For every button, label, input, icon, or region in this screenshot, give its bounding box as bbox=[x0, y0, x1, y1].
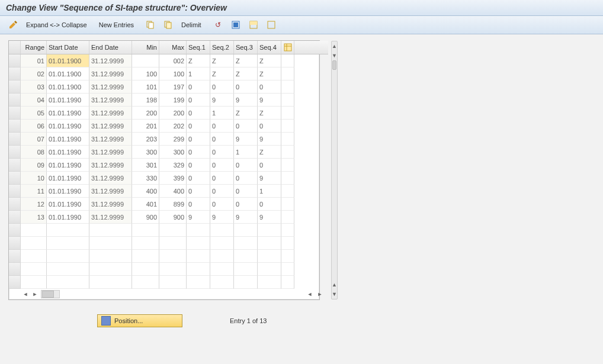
cell-seq3[interactable]: 9 bbox=[234, 211, 258, 224]
cell-min[interactable] bbox=[132, 263, 159, 276]
cell-seq2[interactable]: 0 bbox=[210, 120, 234, 133]
cell-max[interactable]: 202 bbox=[159, 120, 187, 133]
cell-seq2[interactable]: 0 bbox=[210, 159, 234, 172]
cell-start-date[interactable]: 01.01.1990 bbox=[47, 185, 89, 198]
cell-min[interactable] bbox=[132, 224, 159, 237]
cell-seq1[interactable]: 0 bbox=[187, 80, 210, 94]
cell-range[interactable] bbox=[21, 263, 47, 276]
cell-max[interactable]: 299 bbox=[159, 133, 187, 146]
cell-seq1[interactable]: 0 bbox=[187, 107, 210, 120]
table-row[interactable]: 0801.01.199031.12.9999300300001Z bbox=[9, 146, 328, 159]
cell-range[interactable]: 02 bbox=[21, 67, 47, 80]
cell-seq4[interactable] bbox=[258, 237, 281, 250]
cell-seq4[interactable]: Z bbox=[258, 54, 281, 67]
cell-seq1[interactable] bbox=[187, 250, 210, 263]
cell-max[interactable] bbox=[159, 250, 187, 263]
cell-seq4[interactable]: 0 bbox=[258, 120, 281, 133]
row-selector[interactable] bbox=[9, 107, 21, 120]
row-selector[interactable] bbox=[9, 120, 21, 133]
toggle-change-button[interactable] bbox=[6, 19, 20, 31]
deselect-all-button[interactable] bbox=[264, 19, 278, 31]
cell-seq4[interactable] bbox=[258, 224, 281, 237]
cell-seq3[interactable] bbox=[234, 276, 258, 289]
cell-end-date[interactable] bbox=[89, 237, 132, 250]
cell-seq2[interactable]: 0 bbox=[210, 146, 234, 159]
cell-seq3[interactable]: 0 bbox=[234, 159, 258, 172]
cell-end-date[interactable]: 31.12.9999 bbox=[89, 120, 132, 133]
cell-seq1[interactable]: 1 bbox=[187, 67, 210, 80]
v-scroll-up[interactable]: ▲ bbox=[332, 41, 337, 51]
table-row[interactable]: 0901.01.199031.12.99993013290000 bbox=[9, 159, 328, 172]
cell-seq4[interactable]: Z bbox=[258, 67, 281, 80]
table-row[interactable]: 0501.01.199031.12.999920020001ZZ bbox=[9, 107, 328, 120]
cell-start-date[interactable] bbox=[47, 224, 89, 237]
row-selector[interactable] bbox=[9, 80, 21, 94]
cell-seq1[interactable]: 9 bbox=[187, 211, 210, 224]
cell-max[interactable]: 399 bbox=[159, 172, 187, 185]
cell-min[interactable]: 900 bbox=[132, 211, 159, 224]
cell-end-date[interactable]: 31.12.9999 bbox=[89, 146, 132, 159]
position-button[interactable]: Position... bbox=[97, 314, 182, 327]
cell-seq2[interactable]: 9 bbox=[210, 94, 234, 107]
h-scroll-left-2[interactable]: ◄ bbox=[305, 289, 315, 299]
cell-seq1[interactable] bbox=[187, 237, 210, 250]
copy-as-button[interactable] bbox=[161, 19, 175, 31]
cell-seq2[interactable]: Z bbox=[210, 67, 234, 80]
cell-max[interactable]: 100 bbox=[159, 67, 187, 80]
cell-end-date[interactable] bbox=[89, 250, 132, 263]
cell-min[interactable]: 201 bbox=[132, 120, 159, 133]
cell-min[interactable] bbox=[132, 237, 159, 250]
cell-start-date[interactable]: 01.01.1990 bbox=[47, 146, 89, 159]
cell-seq3[interactable] bbox=[234, 250, 258, 263]
cell-seq1[interactable]: 0 bbox=[187, 172, 210, 185]
row-selector[interactable] bbox=[9, 54, 21, 67]
cell-max[interactable]: 899 bbox=[159, 198, 187, 211]
v-scroll-track[interactable] bbox=[332, 60, 337, 280]
cell-seq3[interactable]: 9 bbox=[234, 94, 258, 107]
cell-max[interactable]: 197 bbox=[159, 80, 187, 94]
header-max[interactable]: Max bbox=[159, 41, 187, 54]
table-row[interactable]: 0301.01.190031.12.99991011970000 bbox=[9, 80, 328, 94]
cell-range[interactable]: 03 bbox=[21, 80, 47, 94]
row-selector[interactable] bbox=[9, 198, 21, 211]
cell-end-date[interactable] bbox=[89, 263, 132, 276]
cell-start-date[interactable] bbox=[47, 237, 89, 250]
row-selector[interactable] bbox=[9, 159, 21, 172]
cell-max[interactable] bbox=[159, 237, 187, 250]
cell-seq2[interactable] bbox=[210, 276, 234, 289]
header-min[interactable]: Min bbox=[132, 41, 159, 54]
cell-seq2[interactable]: 0 bbox=[210, 133, 234, 146]
h-scroll-first[interactable]: ◄ bbox=[21, 289, 30, 299]
table-row[interactable]: 0601.01.199031.12.99992012020000 bbox=[9, 120, 328, 133]
cell-seq1[interactable]: 0 bbox=[187, 120, 210, 133]
cell-seq3[interactable]: Z bbox=[234, 67, 258, 80]
expand-collapse-button[interactable]: Expand <-> Collapse bbox=[24, 19, 89, 31]
header-select-all[interactable] bbox=[9, 41, 21, 54]
cell-seq4[interactable] bbox=[258, 263, 281, 276]
header-seq2[interactable]: Seq.2 bbox=[210, 41, 234, 54]
cell-range[interactable]: 06 bbox=[21, 120, 47, 133]
h-scroll-last[interactable]: ► bbox=[315, 289, 325, 299]
cell-seq1[interactable] bbox=[187, 276, 210, 289]
row-selector[interactable] bbox=[9, 211, 21, 224]
cell-seq4[interactable]: Z bbox=[258, 107, 281, 120]
cell-range[interactable]: 10 bbox=[21, 172, 47, 185]
cell-start-date[interactable]: 01.01.1990 bbox=[47, 133, 89, 146]
cell-max[interactable]: 329 bbox=[159, 159, 187, 172]
cell-range[interactable]: 04 bbox=[21, 94, 47, 107]
cell-seq4[interactable]: 0 bbox=[258, 80, 281, 94]
v-scroll-up-2[interactable]: ▲ bbox=[332, 280, 337, 289]
cell-range[interactable]: 11 bbox=[21, 185, 47, 198]
cell-max[interactable]: 300 bbox=[159, 146, 187, 159]
cell-seq3[interactable]: 0 bbox=[234, 185, 258, 198]
h-scroll-track[interactable] bbox=[41, 290, 60, 298]
cell-seq2[interactable]: 0 bbox=[210, 198, 234, 211]
v-scroll-down-2[interactable]: ▼ bbox=[332, 289, 337, 299]
cell-end-date[interactable]: 31.12.9999 bbox=[89, 94, 132, 107]
cell-range[interactable]: 08 bbox=[21, 146, 47, 159]
cell-seq2[interactable] bbox=[210, 237, 234, 250]
cell-min[interactable]: 401 bbox=[132, 198, 159, 211]
cell-min[interactable]: 301 bbox=[132, 159, 159, 172]
table-row-empty[interactable] bbox=[9, 237, 328, 250]
table-row[interactable]: 0101.01.190031.12.9999002ZZZZ bbox=[9, 54, 328, 67]
